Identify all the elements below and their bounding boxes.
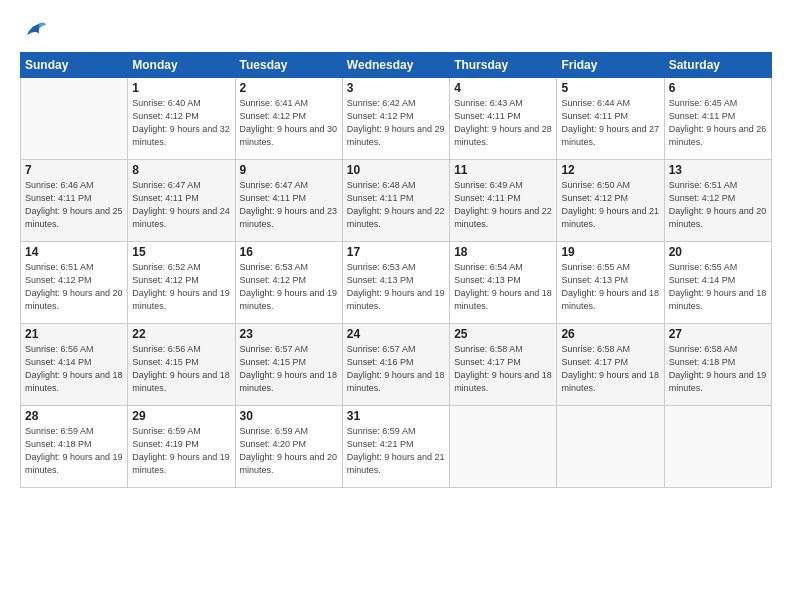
header (20, 16, 772, 44)
day-info: Sunrise: 6:55 AMSunset: 4:13 PMDaylight:… (561, 261, 659, 313)
calendar-cell: 18Sunrise: 6:54 AMSunset: 4:13 PMDayligh… (450, 242, 557, 324)
sunset-text: Sunset: 4:12 PM (132, 110, 230, 123)
sunrise-text: Sunrise: 6:58 AM (561, 343, 659, 356)
day-number: 29 (132, 409, 230, 423)
day-info: Sunrise: 6:43 AMSunset: 4:11 PMDaylight:… (454, 97, 552, 149)
weekday-header-tuesday: Tuesday (235, 53, 342, 78)
sunrise-text: Sunrise: 6:47 AM (132, 179, 230, 192)
sunset-text: Sunset: 4:17 PM (561, 356, 659, 369)
day-number: 18 (454, 245, 552, 259)
day-number: 12 (561, 163, 659, 177)
sunset-text: Sunset: 4:18 PM (25, 438, 123, 451)
sunset-text: Sunset: 4:11 PM (454, 192, 552, 205)
day-number: 25 (454, 327, 552, 341)
sunset-text: Sunset: 4:13 PM (347, 274, 445, 287)
day-number: 3 (347, 81, 445, 95)
logo (20, 16, 52, 44)
day-info: Sunrise: 6:59 AMSunset: 4:21 PMDaylight:… (347, 425, 445, 477)
sunset-text: Sunset: 4:18 PM (669, 356, 767, 369)
calendar-cell: 19Sunrise: 6:55 AMSunset: 4:13 PMDayligh… (557, 242, 664, 324)
day-info: Sunrise: 6:41 AMSunset: 4:12 PMDaylight:… (240, 97, 338, 149)
day-info: Sunrise: 6:57 AMSunset: 4:16 PMDaylight:… (347, 343, 445, 395)
sunset-text: Sunset: 4:19 PM (132, 438, 230, 451)
daylight-text: Daylight: 9 hours and 19 minutes. (669, 369, 767, 395)
sunset-text: Sunset: 4:12 PM (25, 274, 123, 287)
daylight-text: Daylight: 9 hours and 18 minutes. (25, 369, 123, 395)
calendar-cell (450, 406, 557, 488)
calendar-week-row: 1Sunrise: 6:40 AMSunset: 4:12 PMDaylight… (21, 78, 772, 160)
calendar-cell: 24Sunrise: 6:57 AMSunset: 4:16 PMDayligh… (342, 324, 449, 406)
day-info: Sunrise: 6:59 AMSunset: 4:20 PMDaylight:… (240, 425, 338, 477)
daylight-text: Daylight: 9 hours and 20 minutes. (25, 287, 123, 313)
calendar-cell: 28Sunrise: 6:59 AMSunset: 4:18 PMDayligh… (21, 406, 128, 488)
sunrise-text: Sunrise: 6:59 AM (132, 425, 230, 438)
daylight-text: Daylight: 9 hours and 29 minutes. (347, 123, 445, 149)
day-number: 6 (669, 81, 767, 95)
daylight-text: Daylight: 9 hours and 18 minutes. (454, 369, 552, 395)
daylight-text: Daylight: 9 hours and 32 minutes. (132, 123, 230, 149)
weekday-header-thursday: Thursday (450, 53, 557, 78)
daylight-text: Daylight: 9 hours and 19 minutes. (25, 451, 123, 477)
sunset-text: Sunset: 4:12 PM (240, 110, 338, 123)
calendar-cell: 17Sunrise: 6:53 AMSunset: 4:13 PMDayligh… (342, 242, 449, 324)
sunrise-text: Sunrise: 6:56 AM (132, 343, 230, 356)
daylight-text: Daylight: 9 hours and 18 minutes. (454, 287, 552, 313)
calendar-cell: 10Sunrise: 6:48 AMSunset: 4:11 PMDayligh… (342, 160, 449, 242)
sunset-text: Sunset: 4:11 PM (561, 110, 659, 123)
weekday-header-sunday: Sunday (21, 53, 128, 78)
sunset-text: Sunset: 4:11 PM (25, 192, 123, 205)
sunrise-text: Sunrise: 6:59 AM (240, 425, 338, 438)
day-number: 16 (240, 245, 338, 259)
sunrise-text: Sunrise: 6:55 AM (669, 261, 767, 274)
sunrise-text: Sunrise: 6:56 AM (25, 343, 123, 356)
day-info: Sunrise: 6:45 AMSunset: 4:11 PMDaylight:… (669, 97, 767, 149)
sunset-text: Sunset: 4:20 PM (240, 438, 338, 451)
calendar-cell: 16Sunrise: 6:53 AMSunset: 4:12 PMDayligh… (235, 242, 342, 324)
sunrise-text: Sunrise: 6:59 AM (347, 425, 445, 438)
weekday-header-monday: Monday (128, 53, 235, 78)
day-number: 28 (25, 409, 123, 423)
sunset-text: Sunset: 4:14 PM (669, 274, 767, 287)
day-info: Sunrise: 6:58 AMSunset: 4:17 PMDaylight:… (561, 343, 659, 395)
calendar-cell: 2Sunrise: 6:41 AMSunset: 4:12 PMDaylight… (235, 78, 342, 160)
day-info: Sunrise: 6:47 AMSunset: 4:11 PMDaylight:… (132, 179, 230, 231)
day-info: Sunrise: 6:51 AMSunset: 4:12 PMDaylight:… (669, 179, 767, 231)
sunset-text: Sunset: 4:15 PM (240, 356, 338, 369)
daylight-text: Daylight: 9 hours and 25 minutes. (25, 205, 123, 231)
daylight-text: Daylight: 9 hours and 24 minutes. (132, 205, 230, 231)
sunrise-text: Sunrise: 6:58 AM (454, 343, 552, 356)
sunset-text: Sunset: 4:11 PM (347, 192, 445, 205)
calendar-cell: 6Sunrise: 6:45 AMSunset: 4:11 PMDaylight… (664, 78, 771, 160)
day-number: 20 (669, 245, 767, 259)
day-number: 1 (132, 81, 230, 95)
day-number: 22 (132, 327, 230, 341)
day-info: Sunrise: 6:47 AMSunset: 4:11 PMDaylight:… (240, 179, 338, 231)
day-number: 23 (240, 327, 338, 341)
calendar-cell: 27Sunrise: 6:58 AMSunset: 4:18 PMDayligh… (664, 324, 771, 406)
daylight-text: Daylight: 9 hours and 30 minutes. (240, 123, 338, 149)
weekday-header-row: SundayMondayTuesdayWednesdayThursdayFrid… (21, 53, 772, 78)
sunset-text: Sunset: 4:16 PM (347, 356, 445, 369)
calendar-cell: 31Sunrise: 6:59 AMSunset: 4:21 PMDayligh… (342, 406, 449, 488)
day-number: 4 (454, 81, 552, 95)
calendar-cell: 22Sunrise: 6:56 AMSunset: 4:15 PMDayligh… (128, 324, 235, 406)
day-info: Sunrise: 6:48 AMSunset: 4:11 PMDaylight:… (347, 179, 445, 231)
sunrise-text: Sunrise: 6:43 AM (454, 97, 552, 110)
day-info: Sunrise: 6:50 AMSunset: 4:12 PMDaylight:… (561, 179, 659, 231)
sunrise-text: Sunrise: 6:51 AM (25, 261, 123, 274)
sunrise-text: Sunrise: 6:42 AM (347, 97, 445, 110)
daylight-text: Daylight: 9 hours and 21 minutes. (561, 205, 659, 231)
day-number: 10 (347, 163, 445, 177)
calendar-cell: 8Sunrise: 6:47 AMSunset: 4:11 PMDaylight… (128, 160, 235, 242)
sunrise-text: Sunrise: 6:50 AM (561, 179, 659, 192)
daylight-text: Daylight: 9 hours and 20 minutes. (240, 451, 338, 477)
calendar-cell: 4Sunrise: 6:43 AMSunset: 4:11 PMDaylight… (450, 78, 557, 160)
daylight-text: Daylight: 9 hours and 23 minutes. (240, 205, 338, 231)
sunset-text: Sunset: 4:11 PM (132, 192, 230, 205)
weekday-header-saturday: Saturday (664, 53, 771, 78)
weekday-header-friday: Friday (557, 53, 664, 78)
day-info: Sunrise: 6:51 AMSunset: 4:12 PMDaylight:… (25, 261, 123, 313)
calendar-cell: 13Sunrise: 6:51 AMSunset: 4:12 PMDayligh… (664, 160, 771, 242)
sunset-text: Sunset: 4:11 PM (454, 110, 552, 123)
daylight-text: Daylight: 9 hours and 27 minutes. (561, 123, 659, 149)
